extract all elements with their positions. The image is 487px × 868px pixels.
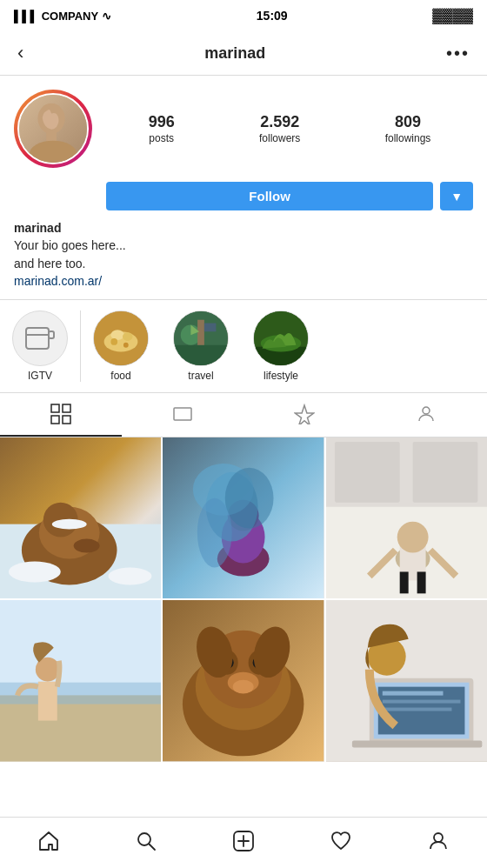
bio-text-line2: and here too.	[14, 255, 473, 273]
followers-label: followers	[259, 132, 300, 144]
top-nav: ‹ marinad •••	[0, 31, 487, 76]
grid-cell-4[interactable]	[0, 600, 161, 761]
avatar-container	[14, 90, 92, 168]
follow-button[interactable]: Follow	[106, 182, 433, 210]
highlight-label-lifestyle: lifestyle	[264, 370, 298, 382]
profile-header: 996 posts 2.592 followers 809 followings	[0, 76, 487, 175]
follow-dropdown-button[interactable]: ▼	[440, 182, 473, 210]
avatar	[17, 93, 89, 164]
svg-rect-24	[63, 416, 70, 424]
posts-count: 996	[149, 113, 175, 132]
grid-tabs	[0, 393, 487, 437]
svg-rect-4	[26, 328, 49, 349]
svg-rect-48	[412, 442, 477, 503]
back-button[interactable]: ‹	[14, 38, 27, 68]
svg-rect-23	[51, 416, 59, 424]
grid-cell-1[interactable]	[0, 437, 161, 598]
nav-profile[interactable]	[410, 826, 467, 856]
grid-icon	[50, 404, 71, 424]
svg-rect-79	[382, 700, 460, 704]
svg-point-69	[233, 680, 254, 694]
nav-search[interactable]	[117, 826, 175, 856]
status-carrier: ▌▌▌ COMPANY ∿	[14, 10, 111, 23]
profile-stats: 996 posts 2.592 followers 809 followings	[106, 113, 473, 144]
highlight-igtv[interactable]: IGTV	[0, 310, 81, 382]
svg-point-12	[123, 343, 129, 348]
nav-heart[interactable]	[312, 826, 370, 856]
svg-point-11	[110, 338, 117, 345]
grid-cell-2[interactable]	[163, 437, 324, 598]
stat-followings: 809 followings	[385, 113, 431, 144]
followings-count: 809	[395, 113, 421, 132]
svg-point-43	[197, 498, 232, 568]
svg-rect-17	[204, 324, 217, 332]
svg-rect-59	[38, 682, 57, 721]
svg-line-83	[150, 845, 156, 851]
bio-text-line1: Your bio goes here...	[14, 237, 473, 255]
svg-rect-16	[197, 320, 204, 345]
nav-add[interactable]	[215, 826, 272, 856]
svg-rect-56	[0, 696, 161, 762]
grid-cell-3[interactable]	[326, 437, 487, 598]
home-icon	[37, 830, 60, 852]
svg-rect-5	[49, 331, 54, 338]
reels-icon	[172, 404, 193, 424]
nav-home[interactable]	[20, 826, 77, 856]
highlight-label-igtv: IGTV	[28, 370, 52, 382]
grid-cell-6[interactable]	[326, 600, 487, 761]
highlight-food[interactable]: food	[81, 310, 161, 382]
bottom-spacer	[0, 762, 487, 814]
svg-rect-53	[417, 571, 425, 593]
heart-icon	[330, 830, 352, 852]
svg-rect-25	[174, 408, 191, 420]
highlight-lifestyle[interactable]: lifestyle	[241, 310, 321, 382]
svg-rect-80	[382, 708, 451, 711]
svg-point-33	[9, 561, 61, 582]
wifi-icon: ∿	[102, 10, 111, 23]
svg-rect-52	[399, 571, 408, 593]
svg-point-26	[423, 407, 430, 414]
signal-icon: ▌▌▌	[14, 10, 38, 23]
highlight-label-food: food	[110, 370, 130, 382]
status-time: 15:09	[257, 9, 288, 23]
tab-grid[interactable]	[0, 393, 122, 437]
followers-count: 2.592	[260, 113, 299, 132]
svg-rect-14	[174, 345, 228, 365]
profile-icon	[427, 830, 450, 852]
highlight-label-travel: travel	[188, 370, 213, 382]
follow-row: Follow ▼	[92, 175, 487, 221]
avatar-ring	[14, 90, 92, 168]
followings-label: followings	[385, 132, 431, 144]
svg-rect-76	[352, 741, 482, 748]
avatar-image	[19, 95, 87, 163]
svg-rect-21	[51, 404, 59, 412]
bottom-nav	[0, 817, 487, 868]
star-icon	[294, 404, 315, 424]
carrier-label: COMPANY	[42, 10, 98, 23]
bio-section: marinad Your bio goes here... and here t…	[0, 221, 487, 299]
highlight-circle-igtv	[12, 310, 68, 366]
search-icon	[135, 830, 157, 852]
grid-cell-5[interactable]	[163, 600, 324, 761]
more-options-button[interactable]: •••	[443, 40, 473, 67]
tab-reels[interactable]	[122, 393, 244, 437]
bio-name: marinad	[14, 221, 473, 235]
highlight-circle-travel	[173, 310, 229, 366]
highlights-section: IGTV food travel	[0, 299, 487, 393]
bio-link[interactable]: marinad.com.ar/	[14, 274, 102, 288]
status-bar: ▌▌▌ COMPANY ∿ 15:09 ▓▓▓▓	[0, 0, 487, 31]
posts-label: posts	[149, 132, 174, 144]
svg-point-87	[434, 833, 443, 842]
highlight-travel[interactable]: travel	[161, 310, 241, 382]
person-tag-icon	[416, 404, 437, 424]
svg-point-10	[123, 332, 133, 341]
tab-tagged[interactable]	[365, 393, 487, 437]
svg-point-35	[52, 519, 87, 530]
svg-rect-47	[335, 442, 400, 503]
tab-tagged-star[interactable]	[244, 393, 365, 437]
svg-point-9	[110, 330, 124, 340]
highlight-circle-lifestyle	[253, 310, 309, 366]
add-icon	[232, 830, 255, 852]
svg-rect-55	[0, 600, 161, 696]
svg-point-34	[109, 567, 152, 584]
